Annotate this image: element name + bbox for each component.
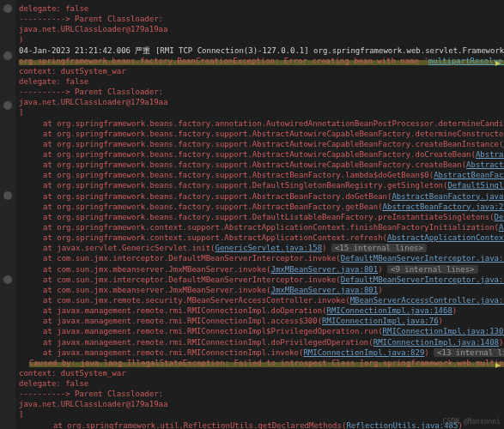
source-link[interactable]: AbstractBeanFactory.java:333 [392,192,504,201]
log-line: ] [19,107,504,118]
fold-indicator[interactable]: <15 internal lines> [331,244,427,252]
log-line: java.net.URLClassLoader@179a19aa [19,97,504,107]
stack-frame: at org.springframework.beans.factory.sup… [19,202,504,212]
editor-gutter [0,0,15,429]
source-link[interactable]: JmxMBeanServer.java:801 [271,286,379,294]
stack-frame: at javax.management.remote.rmi.RMIConnec… [19,316,504,326]
stack-frame: at com.sun.jmx.mbeanserver.JmxMBeanServe… [19,285,504,295]
fold-icon[interactable] [3,191,12,200]
source-link[interactable]: AbstractBeanFactory.java:208 [383,202,504,211]
source-link[interactable]: RMIConnectionImpl.java:76 [322,317,438,325]
stack-frame: at org.springframework.beans.factory.sup… [19,180,504,190]
source-link[interactable]: AbstractApplicationContext.java:583 [387,233,504,242]
source-link[interactable]: AbstractAutowireCapableBeanFactory.java:… [466,160,504,169]
source-link[interactable]: DefaultMBeanServerInterceptor.java:819 [341,275,504,284]
source-link[interactable]: MBeanServerAccessController.java:468 [350,296,504,305]
stack-frame: at org.springframework.beans.factory.sup… [19,149,504,160]
log-line: ----------> Parent Classloader: [19,389,504,399]
stack-frame: at org.springframework.beans.factory.sup… [19,129,504,139]
log-content[interactable]: delegate: false ----------> Parent Class… [0,0,504,429]
fold-icon[interactable] [3,4,12,13]
log-line: ----------> Parent Classloader: [19,87,504,97]
stack-frame: at javax.servlet.GenericServlet.init(Gen… [19,243,504,253]
stack-frame: at org.springframework.beans.factory.sup… [19,139,504,149]
source-link[interactable]: AbstractAutowireCapableBeanFactory.java:… [476,150,504,159]
stack-frame: at org.springframework.beans.factory.sup… [19,212,504,222]
fold-indicator[interactable]: <13 internal lines> [434,348,504,357]
log-line: context: dustSystem_war [19,66,504,76]
log-line: ] [19,409,504,420]
source-link[interactable]: AbstractBeanFactory.java:335 [434,171,504,179]
stack-frame: at org.springframework.context.support.A… [19,233,504,243]
source-link[interactable]: DefaultMBeanServerInterceptor.java:819 [341,254,504,263]
stack-frame: at org.springframework.util.ReflectionUt… [19,420,504,429]
source-link[interactable]: RMIConnectionImpl.java:829 [303,348,424,357]
stack-frame: at com.sun.jmx.interceptor.DefaultMBeanS… [19,253,504,263]
stack-frame: at javax.management.remote.rmi.RMIConnec… [19,347,504,358]
fold-icon[interactable] [3,275,12,284]
stack-frame: at org.springframework.beans.factory.sup… [19,170,504,180]
source-link[interactable]: RMIConnectionImpl.java:1309 [383,327,504,335]
fold-icon[interactable] [3,101,12,110]
stack-frame: at org.springframework.context.support.A… [19,222,504,233]
log-line: delegate: false [19,378,504,389]
caused-by: Caused by: java.lang.IllegalStateExcepti… [19,358,504,368]
stack-frame: at com.sun.jmx.remote.security.MBeanServ… [19,295,504,305]
source-link[interactable]: RMIConnectionImpl.java:1468 [327,306,452,315]
source-link[interactable]: DefaultListableBeanFactory.java:955 [495,213,504,221]
stack-frame: at com.sun.jmx.interceptor.DefaultMBeanS… [19,275,504,285]
stack-frame: at org.springframework.beans.factory.ann… [19,118,504,129]
log-line: delegate: false [19,3,504,14]
source-link[interactable]: JmxMBeanServer.java:801 [271,265,379,274]
source-link[interactable]: GenericServlet.java:158 [215,244,322,252]
source-link[interactable]: RMIConnectionImpl.java:1408 [373,338,499,347]
source-link[interactable]: AbstractApplicationContext.java:918 [499,223,504,232]
log-line: java.net.URLClassLoader@179a19aa [19,24,504,34]
log-line: java.net.URLClassLoader@179a19aa [19,399,504,409]
stack-frame: at javax.management.remote.rmi.RMIConnec… [19,326,504,336]
stack-frame: at org.springframework.beans.factory.sup… [19,191,504,202]
log-line: context: dustSystem_war [19,368,504,378]
stack-frame: at org.springframework.beans.factory.sup… [19,160,504,170]
log-line: ) [19,34,504,45]
fold-indicator[interactable]: <9 internal lines> [387,265,478,274]
stack-frame: at javax.management.remote.rmi.RMIConnec… [19,337,504,347]
watermark: CSDN @Mansonni [443,418,501,427]
log-line: ----------> Parent Classloader: [19,14,504,24]
stack-frame: at com.sun.jmx.mbeanserver.JmxMBeanServe… [19,264,504,275]
error-message: org.springframework.beans.factory.BeanCr… [19,56,504,66]
source-link[interactable]: ReflectionUtils.java:485 [346,421,458,429]
source-link[interactable]: DefaultSingletonBeanRegistry.java:234 [447,181,504,190]
stack-frame: at javax.management.remote.rmi.RMIConnec… [19,305,504,316]
log-line: delegate: false [19,76,504,87]
error-header: 04-Jan-2023 21:21:42.006 严重 [RMI TCP Con… [19,45,504,56]
fold-icon[interactable] [3,51,12,60]
